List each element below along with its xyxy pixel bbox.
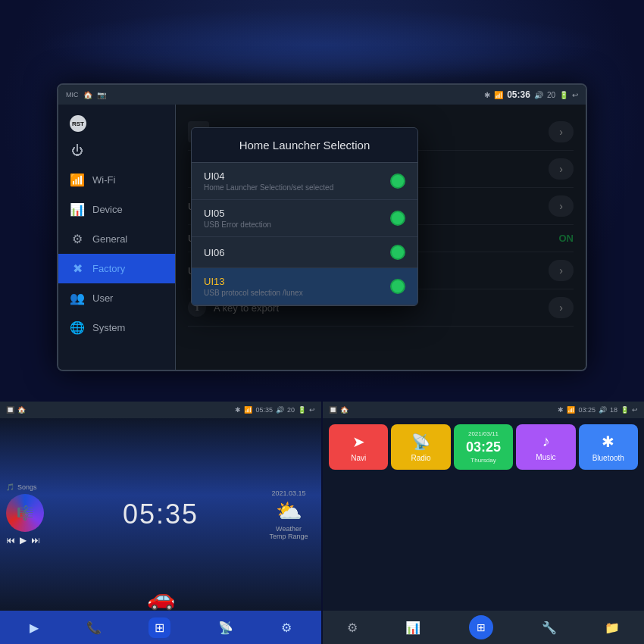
dialog-option-ui05[interactable]: UI05 USB Error detection [192,200,417,237]
ui13-option-left: UI13 USB protocol selection /lunex [204,276,303,297]
navi-app-tile[interactable]: ➤ Navi [329,424,388,470]
wifi-icon: 📶 [494,91,503,99]
ui04-status-bar: 🔲 🏠 ✱ 📶 05:35 🔊 20 🔋 ↩ [0,402,321,418]
ui05-status-right: ✱ 📶 03:25 🔊 18 🔋 ↩ [558,406,638,414]
music-app-tile[interactable]: ♪ Music [516,424,575,470]
sidebar-item-user[interactable]: 👥 User [58,283,175,313]
system-label: System [92,322,125,333]
music-app-label: Music [536,453,555,461]
device-icon: 📊 [70,202,85,217]
next-button[interactable]: ⏭ [31,535,40,546]
music-panel: 🎵 Songs 🎼 ⏮ ▶ ⏭ [6,483,59,546]
sidebar-item-device[interactable]: 📊 Device [58,195,175,224]
ui04-option-sub: Home Launcher Selection/set selected [204,183,333,192]
dialog-option-ui04[interactable]: UI04 Home Launcher Selection/set selecte… [192,163,417,200]
ui05-grid-icon[interactable]: ⊞ [469,615,493,639]
app-grid: ➤ Navi 📡 Radio 2021/03/11 03:25 Thursday… [329,424,638,470]
ui05-folder-icon[interactable]: 📁 [605,621,620,635]
volume-icon: 🔊 [534,91,543,99]
ui05-screen: 🔲 🏠 ✱ 📶 03:25 🔊 18 🔋 ↩ ➤ Navi [323,402,644,644]
ui05-wifi-icon: 📶 [567,406,575,414]
power-icon: ⏻ [70,144,85,158]
home-launcher-dialog: Home Launcher Selection UI04 Home Launch… [191,127,418,306]
ui05-radio [390,211,405,226]
ui04-nav-bar: ▶ 📞 ⊞ 📡 ⚙ [0,611,321,644]
weather-label: WeatherTemp Range [269,525,308,540]
sidebar-item-general[interactable]: ⚙ General [58,224,175,254]
nav-settings-icon[interactable]: ⚙ [281,621,292,635]
weather-panel: 2021.03.15 ⛅ WeatherTemp Range [262,489,315,540]
clock-app-tile[interactable]: 2021/03/11 03:25 Thursday [454,424,513,470]
navi-icon: ➤ [352,433,365,451]
camera-icon: 📷 [97,91,106,99]
sidebar-item-factory[interactable]: ✖ Factory [58,254,175,283]
rst-button[interactable]: RST [58,111,175,136]
user-label: User [92,292,113,304]
music-app-icon: ♪ [542,433,549,450]
ui05-home-icon: 🏠 [340,406,349,414]
status-right: ✱ 📶 05:36 🔊 20 🔋 ↩ [484,89,578,100]
ui04-screen: 🔲 🏠 ✱ 📶 05:35 🔊 20 🔋 ↩ 🎵 Songs 🎼 [0,402,323,644]
ui04-radio [390,174,405,189]
sidebar: RST ⏻ 📶 Wi-Fi 📊 Device ⚙ General ✖ Facto… [58,105,176,370]
ui04-batt-icon: 🔋 [298,406,306,414]
ui05-time: 03:25 [578,406,596,414]
ui05-batt-level: 18 [610,406,617,414]
nav-navigation-icon[interactable]: ▶ [30,621,39,635]
ui05-nav-bar: ⚙ 📊 ⊞ 🔧 📁 [323,611,644,644]
dialog-title: Home Launcher Selection [192,128,417,163]
ui04-time: 05:35 [255,406,273,414]
bluetooth-label: Bluetooth [592,454,624,462]
bottom-section: 🔲 🏠 ✱ 📶 05:35 🔊 20 🔋 ↩ 🎵 Songs 🎼 [0,402,644,644]
music-note-icon: 🎵 [6,483,14,491]
main-screen: MIC 🏠 📷 ✱ 📶 05:36 🔊 20 🔋 ↩ RST ⏻ [57,83,587,371]
bluetooth-app-tile[interactable]: ✱ Bluetooth [579,424,638,470]
ui05-status-left: 🔲 🏠 [329,406,349,414]
ui04-status-right: ✱ 📶 05:35 🔊 20 🔋 ↩ [235,406,315,414]
dialog-option-ui13[interactable]: UI13 USB protocol selection /lunex [192,268,417,305]
ui05-option-label: UI05 [204,208,271,219]
music-songs-label: Songs [17,483,37,491]
music-controls: ⏮ ▶ ⏭ [6,535,59,546]
ui05-chart-icon[interactable]: 📊 [405,621,420,635]
nav-grid-icon[interactable]: ⊞ [148,617,170,638]
ui05-bt-icon: ✱ [558,406,564,414]
ui13-option-label: UI13 [204,276,303,287]
wifi-sidebar-icon: 📶 [70,173,85,187]
sidebar-item-wifi[interactable]: 📶 Wi-Fi [58,165,175,195]
dialog-overlay: Home Launcher Selection UI04 Home Launch… [176,105,586,370]
ui06-option-left: UI06 [204,247,224,258]
nav-signal-icon[interactable]: 📡 [218,621,233,635]
ui05-batt-icon: 🔋 [621,406,629,414]
radio-label: Radio [411,454,431,462]
play-button[interactable]: ▶ [20,535,27,546]
navi-label: Navi [351,454,366,462]
ui05-option-left: UI05 USB Error detection [204,208,271,229]
dialog-option-ui06[interactable]: UI06 [192,237,417,268]
bluetooth-icon: ✱ [602,433,614,451]
ui04-back-icon[interactable]: ↩ [309,406,315,414]
back-icon[interactable]: ↩ [572,91,578,99]
ui05-back-icon[interactable]: ↩ [632,406,638,414]
sidebar-item-system[interactable]: 🌐 System [58,313,175,342]
prev-button[interactable]: ⏮ [6,535,15,546]
ui04-batt-level: 20 [287,406,295,414]
ui04-battery-icon: 🔲 [6,406,14,414]
radio-icon: 📡 [411,433,430,451]
ui04-wifi-icon: 📶 [244,406,252,414]
car-visual: 🚗 [147,584,175,611]
sidebar-item-power[interactable]: ⏻ [58,136,175,165]
ui04-status-left: 🔲 🏠 [6,406,26,414]
ui04-clock: 05:35 [123,499,199,530]
ui05-settings-icon[interactable]: ⚙ [347,621,358,635]
factory-label: Factory [92,263,125,274]
clock-date: 2021/03/11 [468,430,499,437]
nav-phone-icon[interactable]: 📞 [86,621,102,635]
radio-app-tile[interactable]: 📡 Radio [391,424,450,470]
ui05-tools-icon[interactable]: 🔧 [542,621,557,635]
music-album-art: 🎼 [6,494,44,532]
ui04-home-icon: 🏠 [17,406,26,414]
ui04-option-label: UI04 [204,170,333,182]
wifi-label: Wi-Fi [92,174,115,186]
battery-level: 20 [547,91,555,99]
